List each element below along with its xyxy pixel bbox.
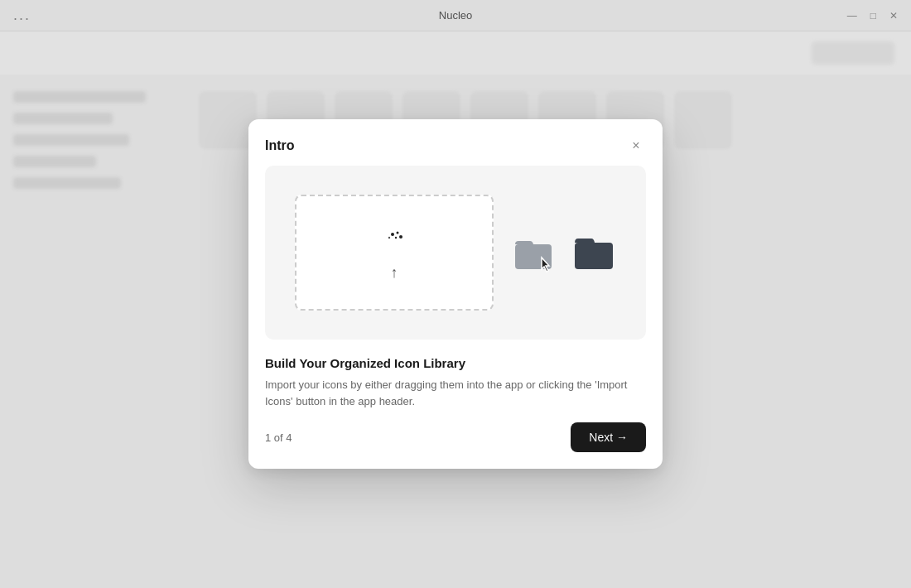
upload-arrow-icon: ↑ bbox=[391, 264, 398, 282]
import-drop-area: ↑ bbox=[295, 195, 494, 311]
modal-body: Build Your Organized Icon Library Import… bbox=[248, 340, 663, 409]
svg-point-1 bbox=[397, 231, 399, 234]
svg-point-0 bbox=[391, 233, 394, 236]
modal-title: Intro bbox=[265, 138, 295, 153]
svg-point-2 bbox=[399, 235, 402, 239]
modal-illustration: ↑ bbox=[265, 166, 646, 340]
folder-cursor-icon bbox=[513, 233, 553, 272]
modal-header: Intro × bbox=[248, 119, 663, 166]
modal-description: Import your icons by either dragging the… bbox=[265, 377, 646, 409]
modal-heading: Build Your Organized Icon Library bbox=[265, 356, 646, 370]
next-button[interactable]: Next → bbox=[571, 422, 646, 452]
modal-overlay: Intro × ↑ bbox=[0, 0, 911, 588]
sparkle-icon bbox=[379, 224, 409, 254]
svg-rect-7 bbox=[575, 243, 613, 269]
svg-point-4 bbox=[388, 236, 390, 238]
modal-close-button[interactable]: × bbox=[626, 136, 646, 156]
dark-folder-icon bbox=[573, 231, 616, 274]
modal-pager: 1 of 4 bbox=[265, 431, 292, 444]
svg-point-3 bbox=[395, 236, 397, 238]
modal-footer: 1 of 4 Next → bbox=[248, 409, 663, 469]
intro-modal: Intro × ↑ bbox=[248, 119, 663, 469]
